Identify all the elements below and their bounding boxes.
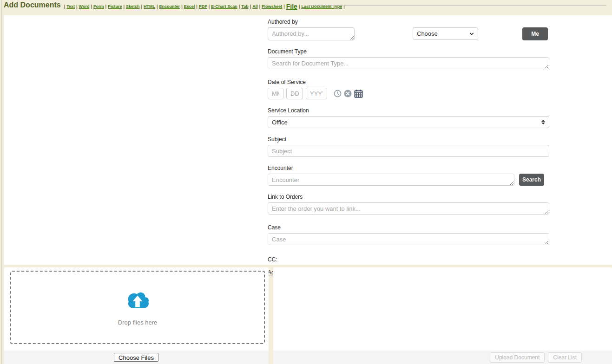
file-dropzone[interactable]: Drop files here bbox=[10, 271, 265, 344]
service-location-label: Service Location bbox=[268, 107, 549, 114]
doc-type-link-e-chart-scan[interactable]: E-Chart Scan bbox=[211, 4, 237, 9]
link-separator: | bbox=[157, 4, 158, 9]
doc-type-link-pdf[interactable]: PDF bbox=[199, 4, 207, 9]
cc-label: CC: bbox=[268, 256, 549, 263]
doc-type-link-tab[interactable]: Tab bbox=[241, 4, 248, 9]
link-separator: | bbox=[283, 4, 285, 9]
link-separator: | bbox=[299, 4, 300, 9]
left-border-rule bbox=[1, 0, 1, 364]
doc-type-link-sketch[interactable]: Sketch bbox=[126, 4, 140, 9]
drop-files-text: Drop files here bbox=[118, 319, 158, 326]
link-separator: | bbox=[76, 4, 78, 9]
document-type-input[interactable] bbox=[268, 57, 549, 69]
doc-type-link-picture[interactable]: Picture bbox=[108, 4, 122, 9]
link-separator: | bbox=[181, 4, 183, 9]
doc-type-link-word[interactable]: Word bbox=[79, 4, 90, 9]
authored-by-choose-select[interactable]: Choose bbox=[413, 27, 478, 40]
choose-files-button[interactable]: Choose Files bbox=[114, 353, 158, 362]
file-drop-panel: Drop files here Choose Files bbox=[4, 267, 269, 364]
doc-type-link-file[interactable]: File bbox=[286, 3, 297, 10]
encounter-search-button[interactable]: Search bbox=[519, 174, 544, 186]
encounter-label: Encounter bbox=[268, 165, 549, 171]
doc-type-link-encounter[interactable]: Encounter bbox=[159, 4, 180, 9]
link-to-orders-input[interactable] bbox=[268, 202, 549, 214]
header-divider bbox=[309, 5, 606, 6]
doc-type-link-text[interactable]: Text bbox=[66, 4, 75, 9]
doc-type-link-html[interactable]: HTML bbox=[144, 4, 155, 9]
date-mm-input[interactable] bbox=[268, 88, 283, 99]
upload-document-button[interactable]: Upload Document bbox=[490, 352, 545, 363]
doc-type-link-flowsheet[interactable]: Flowsheet bbox=[262, 4, 282, 9]
clear-list-button[interactable]: Clear List bbox=[548, 352, 582, 363]
clock-icon[interactable] bbox=[334, 90, 342, 98]
page-title: Add Documents bbox=[4, 1, 61, 9]
cloud-upload-icon bbox=[123, 289, 152, 314]
document-form: Authored by Choose Me Document Type Date… bbox=[268, 15, 549, 276]
link-separator: | bbox=[196, 4, 197, 9]
link-separator: | bbox=[141, 4, 143, 9]
doc-type-link-excel[interactable]: Excel bbox=[184, 4, 195, 9]
case-label: Case bbox=[268, 224, 549, 231]
link-separator: | bbox=[259, 4, 261, 9]
x-circle-icon[interactable] bbox=[344, 90, 352, 98]
link-separator: | bbox=[64, 4, 66, 9]
authored-by-label: Authored by bbox=[268, 19, 549, 25]
date-dd-input[interactable] bbox=[286, 88, 303, 99]
subject-label: Subject bbox=[268, 136, 549, 143]
case-input[interactable] bbox=[268, 233, 549, 245]
subject-input[interactable] bbox=[268, 145, 549, 157]
link-to-orders-label: Link to Orders bbox=[268, 194, 549, 200]
add-document-panel: Authored by Choose Me Document Type Date… bbox=[4, 15, 612, 265]
link-separator: | bbox=[105, 4, 106, 9]
link-separator: | bbox=[239, 4, 240, 9]
date-yyyy-input[interactable] bbox=[306, 88, 327, 99]
link-separator: | bbox=[91, 4, 92, 9]
service-location-select[interactable]: Office bbox=[268, 116, 549, 128]
upload-actions-panel: Upload Document Clear List bbox=[273, 267, 612, 364]
link-separator: | bbox=[250, 4, 251, 9]
header: Add Documents |Text|Word|Form|Picture|Sk… bbox=[4, 0, 612, 15]
me-button[interactable]: Me bbox=[522, 27, 548, 40]
doc-type-links: |Text|Word|Form|Picture|Sketch|HTML|Enco… bbox=[63, 1, 346, 10]
link-separator: | bbox=[124, 4, 125, 9]
choose-files-bar: Choose Files bbox=[4, 351, 269, 364]
calendar-icon[interactable] bbox=[354, 89, 363, 98]
date-of-service-label: Date of Service bbox=[268, 79, 549, 85]
authored-by-input[interactable] bbox=[268, 27, 355, 40]
upload-actions-bar: Upload Document Clear List bbox=[273, 351, 612, 364]
doc-type-link-all[interactable]: All bbox=[252, 4, 258, 9]
document-type-label: Document Type bbox=[268, 48, 549, 55]
encounter-input[interactable] bbox=[268, 174, 514, 186]
link-separator: | bbox=[209, 4, 210, 9]
doc-type-link-form[interactable]: Form bbox=[93, 4, 104, 9]
